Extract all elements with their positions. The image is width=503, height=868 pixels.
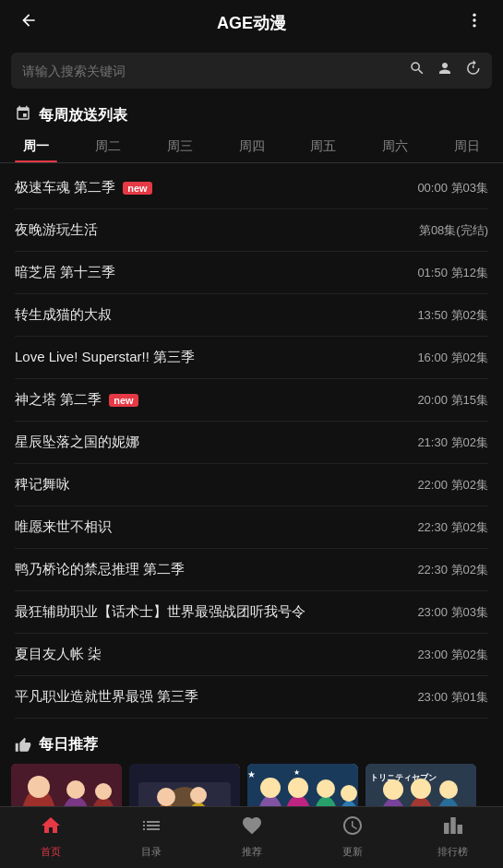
svg-point-28 <box>341 785 357 802</box>
schedule-item[interactable]: 鸭乃桥论的禁忌推理 第二季 22:30 第02集 <box>15 549 488 591</box>
schedule-title: 星辰坠落之国的妮娜 <box>15 434 139 451</box>
schedule-title: 极速车魂 第二季 <box>15 179 115 196</box>
schedule-item-left: 星辰坠落之国的妮娜 <box>15 434 417 451</box>
search-bar <box>11 53 492 89</box>
nav-home[interactable]: 首页 <box>0 807 101 868</box>
svg-point-26 <box>317 779 335 798</box>
schedule-time: 23:00 第02集 <box>417 647 488 663</box>
schedule-item[interactable]: Love Live! Superstar!! 第三季 16:00 第02集 <box>15 337 488 379</box>
schedule-item[interactable]: 极速车魂 第二季 new 00:00 第03集 <box>15 167 488 209</box>
schedule-item[interactable]: 平凡职业造就世界最强 第三季 23:00 第01集 <box>15 676 488 719</box>
schedule-title: Love Live! Superstar!! 第三季 <box>15 349 195 366</box>
tab-friday[interactable]: 周五 <box>287 131 359 162</box>
nav-updates[interactable]: 更新 <box>302 807 402 868</box>
nav-home-label: 首页 <box>41 845 61 859</box>
search-input[interactable] <box>22 64 401 78</box>
schedule-item[interactable]: 夜晚游玩生活 第08集(完结) <box>15 209 488 252</box>
schedule-time: 22:00 第02集 <box>417 477 488 493</box>
schedule-item[interactable]: 最狂辅助职业【话术士】世界最强战团听我号令 23:00 第03集 <box>15 591 488 634</box>
bottom-nav: 首页 目录 推荐 更新 排行榜 <box>0 806 503 868</box>
schedule-time: 21:30 第02集 <box>417 434 488 451</box>
home-icon <box>40 814 62 842</box>
schedule-time: 23:00 第01集 <box>417 689 488 706</box>
page-title: AGE动漫 <box>42 12 461 34</box>
schedule-time: 23:00 第03集 <box>417 604 488 621</box>
schedule-time: 22:30 第02集 <box>417 519 488 536</box>
schedule-item-left: 平凡职业造就世界最强 第三季 <box>15 688 417 706</box>
header: AGE动漫 <box>0 0 503 45</box>
content-scroll: 每周放送列表 周一 周二 周三 周四 周五 周六 周日 极速车魂 第二季 new… <box>0 96 503 868</box>
ranking-icon <box>442 814 464 842</box>
svg-text:★: ★ <box>247 769 256 779</box>
nav-ranking-label: 排行榜 <box>437 845 468 859</box>
catalog-icon <box>140 814 162 842</box>
svg-point-2 <box>473 24 475 27</box>
schedule-title: 神之塔 第二季 <box>15 391 102 409</box>
schedule-item[interactable]: 星辰坠落之国的妮娜 21:30 第02集 <box>15 422 488 464</box>
tab-tuesday[interactable]: 周二 <box>72 131 144 162</box>
schedule-title: 平凡职业造就世界最强 第三季 <box>15 688 198 706</box>
schedule-item-left: 转生成猫的大叔 <box>15 306 417 324</box>
schedule-item-left: 最狂辅助职业【话术士】世界最强战团听我号令 <box>15 603 417 621</box>
nav-catalog[interactable]: 目录 <box>101 807 201 868</box>
nav-recommend[interactable]: 推荐 <box>201 807 302 868</box>
schedule-title: 夏目友人帐 柒 <box>15 646 102 663</box>
schedule-list: 极速车魂 第二季 new 00:00 第03集 夜晚游玩生活 第08集(完结) … <box>0 167 503 719</box>
history-icon[interactable] <box>464 60 481 81</box>
schedule-title: 夜晚游玩生活 <box>15 221 98 239</box>
svg-point-5 <box>28 776 50 798</box>
schedule-time: 13:50 第02集 <box>417 307 488 324</box>
search-icon[interactable] <box>409 60 425 81</box>
schedule-item[interactable]: 神之塔 第二季 new 20:00 第15集 <box>15 379 488 422</box>
schedule-item-left: 暗芝居 第十三季 <box>15 264 417 281</box>
weekly-section-header: 每周放送列表 <box>0 96 503 131</box>
schedule-item-left: 极速车魂 第二季 new <box>15 179 417 196</box>
schedule-item-left: 稗记舞咏 <box>15 476 417 493</box>
schedule-title: 稗记舞咏 <box>15 476 70 493</box>
schedule-item[interactable]: 转生成猫的大叔 13:50 第02集 <box>15 294 488 337</box>
new-badge: new <box>109 394 138 407</box>
svg-point-22 <box>260 778 281 798</box>
nav-updates-label: 更新 <box>342 845 363 859</box>
user-icon[interactable] <box>437 60 453 81</box>
svg-point-37 <box>411 779 431 799</box>
schedule-item-left: 夏目友人帐 柒 <box>15 646 417 663</box>
schedule-title: 鸭乃桥论的禁忌推理 第二季 <box>15 561 185 578</box>
nav-catalog-label: 目录 <box>141 845 162 859</box>
nav-ranking[interactable]: 排行榜 <box>402 807 503 868</box>
tab-thursday[interactable]: 周四 <box>216 131 288 162</box>
schedule-item[interactable]: 稗记舞咏 22:00 第02集 <box>15 464 488 506</box>
svg-point-39 <box>439 780 458 799</box>
svg-point-17 <box>190 787 207 803</box>
schedule-item-left: 神之塔 第二季 new <box>15 391 417 409</box>
svg-point-1 <box>473 18 475 21</box>
schedule-item[interactable]: 暗芝居 第十三季 01:50 第12集 <box>15 252 488 294</box>
tab-saturday[interactable]: 周六 <box>359 131 431 162</box>
svg-point-24 <box>288 778 308 798</box>
svg-point-9 <box>95 783 112 800</box>
daily-section-header: 每日推荐 <box>0 730 503 764</box>
svg-point-0 <box>473 14 475 17</box>
weekly-section-icon <box>15 105 31 125</box>
new-badge: new <box>123 182 151 195</box>
back-button[interactable] <box>15 11 42 34</box>
svg-text:★: ★ <box>293 768 300 777</box>
schedule-item-left: 鸭乃桥论的禁忌推理 第二季 <box>15 561 417 578</box>
schedule-time: 20:00 第15集 <box>417 392 488 409</box>
schedule-title: 唯愿来世不相识 <box>15 518 112 536</box>
tab-sunday[interactable]: 周日 <box>431 131 503 162</box>
tab-wednesday[interactable]: 周三 <box>144 131 216 162</box>
recommend-icon <box>241 814 263 842</box>
schedule-time: 第08集(完结) <box>419 222 488 239</box>
daily-section-label: 每日推荐 <box>39 735 98 755</box>
tab-monday[interactable]: 周一 <box>0 131 72 162</box>
schedule-time: 01:50 第12集 <box>417 265 488 281</box>
schedule-item[interactable]: 唯愿来世不相识 22:30 第02集 <box>15 506 488 549</box>
svg-point-15 <box>157 788 175 806</box>
more-button[interactable] <box>461 11 488 34</box>
schedule-item[interactable]: 夏目友人帐 柒 23:00 第02集 <box>15 634 488 676</box>
weekly-section-label: 每周放送列表 <box>39 106 127 125</box>
schedule-time: 16:00 第02集 <box>417 350 488 366</box>
svg-point-7 <box>66 780 85 799</box>
updates-icon <box>341 814 364 842</box>
